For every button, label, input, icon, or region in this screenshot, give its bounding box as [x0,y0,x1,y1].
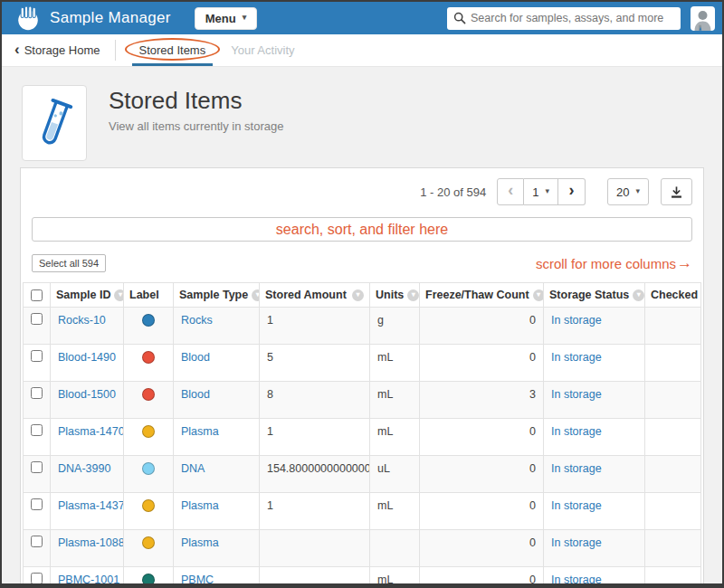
sample-id-link[interactable]: Plasma-1437 [58,499,124,512]
row-checkbox[interactable] [31,350,43,362]
tab-stored-items[interactable]: Stored Items [127,34,219,66]
sample-type-link[interactable]: Rocks [181,314,213,327]
grid-panel: 1 - 20 of 594 1 20 search, sort, and fil… [20,167,704,588]
sample-id-link[interactable]: Blood-1490 [58,351,116,364]
sample-id-link[interactable]: PBMC-1001 [58,574,119,586]
search-input[interactable] [447,7,681,30]
row-checkbox[interactable] [31,573,43,584]
sample-type-link[interactable]: PBMC [181,574,214,586]
row-checkbox[interactable] [31,424,43,436]
stored-amount-cell: 8 [260,382,370,419]
sample-type-link[interactable]: Blood [181,388,210,401]
column-header-storage-status[interactable]: Storage Status [544,283,645,308]
column-menu-icon[interactable] [633,289,644,301]
export-button[interactable] [661,178,692,205]
sample-color-dot [142,351,155,364]
freeze-thaw-cell: 0 [420,308,544,345]
column-header-units[interactable]: Units [370,283,420,308]
global-search [447,7,681,30]
sample-id-link[interactable]: Blood-1500 [58,388,116,401]
row-checkbox[interactable] [31,387,43,399]
tab-bar: Storage Home Stored Items Your Activity [2,34,722,67]
table-row: Plasma-1088 Plasma 0 In storage [24,530,701,567]
row-checkbox[interactable] [31,536,43,547]
page-title: Stored Items [109,87,283,115]
sample-type-link[interactable]: Plasma [181,536,219,549]
freeze-thaw-cell: 3 [420,382,544,419]
active-tab-underline [132,63,214,66]
column-menu-icon[interactable] [352,289,364,301]
storage-status-link[interactable]: In storage [551,499,602,512]
row-checkbox[interactable] [31,461,43,473]
column-menu-icon[interactable] [533,289,544,301]
column-header-label[interactable]: Label [124,283,174,308]
grid-filter-input-area[interactable]: search, sort, and filter here [32,217,692,242]
sample-type-link[interactable]: Plasma [181,425,219,438]
tab-your-activity[interactable]: Your Activity [218,34,307,66]
labkey-logo-icon [14,5,42,32]
units-cell: g [370,308,420,345]
stored-amount-cell: 1 [260,493,370,530]
storage-status-link[interactable]: In storage [551,388,602,401]
sample-id-link[interactable]: Rocks-10 [58,314,106,327]
table-row: Plasma-1437 Plasma 1 mL 0 In storage [24,493,701,530]
storage-status-link[interactable]: In storage [551,462,602,475]
grid-toolbar: 1 - 20 of 594 1 20 [32,177,692,206]
table-row: DNA-3990 DNA 154.800000000000011 uL 0 In… [24,456,701,493]
app-window: Sample Manager Menu Storage Home Stored … [0,0,724,588]
sample-color-dot [142,314,155,327]
search-icon [453,12,466,24]
back-storage-home-link[interactable]: Storage Home [11,34,104,66]
sample-type-link[interactable]: DNA [181,462,205,475]
units-cell [370,530,420,567]
sample-id-link[interactable]: DNA-3990 [58,462,110,475]
units-cell: mL [370,493,420,530]
table-row: Blood-1490 Blood 5 mL 0 In storage [24,345,701,382]
page-number-dropdown[interactable]: 1 [524,178,558,205]
column-menu-icon[interactable] [114,289,123,301]
column-menu-icon[interactable] [407,289,419,301]
sample-id-link[interactable]: Plasma-1470 [58,425,124,438]
checked-out-cell [645,456,701,493]
menu-button[interactable]: Menu [195,7,257,30]
select-all-button[interactable]: Select all 594 [32,254,106,272]
column-header-sample-type[interactable]: Sample Type [174,283,260,308]
freeze-thaw-cell: 0 [420,567,544,588]
select-all-checkbox[interactable] [31,289,43,301]
storage-status-link[interactable]: In storage [551,574,602,586]
scroll-annotation-text: scroll for more columns [536,254,692,272]
page-header: Stored Items View all items currently in… [2,67,722,167]
sample-type-link[interactable]: Plasma [181,499,219,512]
table-row: Blood-1500 Blood 8 mL 3 In storage [24,382,701,419]
app-title: Sample Manager [50,9,171,27]
storage-status-link[interactable]: In storage [551,314,602,327]
table-row: Rocks-10 Rocks 1 g 0 In storage [24,308,701,345]
page-subtitle: View all items currently in storage [109,119,283,133]
column-header-stored-amount[interactable]: Stored Amount [260,283,370,308]
sample-color-dot [142,388,155,401]
column-header-freeze-thaw[interactable]: Freeze/Thaw Count [420,283,544,308]
row-checkbox[interactable] [31,498,43,510]
filter-annotation-text: search, sort, and filter here [276,222,448,238]
top-header-bar: Sample Manager Menu [2,2,722,34]
column-menu-icon[interactable] [252,289,259,301]
page-size-dropdown[interactable]: 20 [607,178,649,205]
storage-status-link[interactable]: In storage [551,351,602,364]
download-icon [670,185,683,199]
units-cell: mL [370,345,420,382]
next-page-button[interactable] [558,178,586,205]
sample-type-link[interactable]: Blood [181,351,210,364]
table-row: PBMC-1001 PBMC mL 0 In storage [24,567,701,588]
sample-color-dot [142,574,155,586]
storage-status-link[interactable]: In storage [551,536,602,549]
user-avatar-button[interactable] [691,6,715,31]
column-header-checked-out[interactable]: Checked Ou [645,283,701,308]
freeze-thaw-cell: 0 [420,493,544,530]
storage-status-link[interactable]: In storage [551,425,602,438]
row-checkbox[interactable] [31,313,43,325]
stored-amount-cell [260,567,370,588]
column-header-sample-id[interactable]: Sample ID [51,283,124,308]
sample-id-link[interactable]: Plasma-1088 [58,536,124,549]
prev-page-button[interactable] [497,178,524,205]
freeze-thaw-cell: 0 [420,456,544,493]
